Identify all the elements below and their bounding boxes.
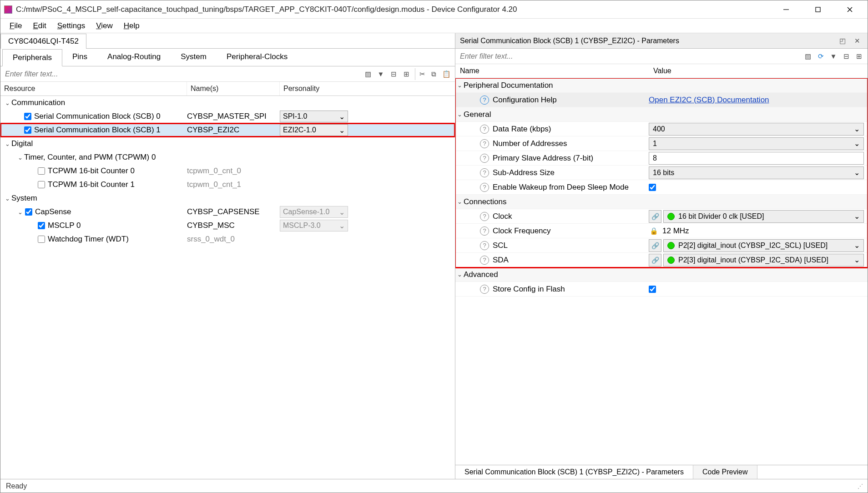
tree-item-wdt[interactable]: Watchdog Timer (WDT) srss_0_wdt_0 bbox=[0, 232, 455, 246]
right-filter-input[interactable] bbox=[455, 50, 802, 63]
primary-address-input[interactable] bbox=[649, 152, 864, 165]
menu-view[interactable]: View bbox=[91, 20, 117, 32]
scb0-checkbox[interactable] bbox=[24, 113, 31, 120]
chevron-down-icon[interactable]: ⌄ bbox=[455, 82, 464, 89]
doc-link[interactable]: Open EZI2C (SCB) Documentation bbox=[649, 96, 769, 105]
copy-icon[interactable]: ⧉ bbox=[428, 68, 439, 80]
help-icon[interactable]: ? bbox=[480, 241, 489, 250]
cnt0-checkbox[interactable] bbox=[38, 167, 45, 175]
minimize-button[interactable] bbox=[776, 3, 797, 16]
menu-edit[interactable]: Edit bbox=[28, 20, 50, 32]
help-icon[interactable]: ? bbox=[480, 212, 489, 221]
clock-combo[interactable]: 16 bit Divider 0 clk [USED]⌄ bbox=[663, 210, 864, 223]
resize-grip-icon[interactable]: ⋰ bbox=[858, 483, 862, 489]
undock-icon[interactable]: ◰ bbox=[837, 35, 848, 47]
close-button[interactable] bbox=[839, 3, 860, 16]
cnt1-checkbox[interactable] bbox=[38, 181, 45, 188]
cnt0-name[interactable]: tcpwm_0_cnt_0 bbox=[187, 166, 280, 176]
capsense-checkbox[interactable] bbox=[25, 208, 32, 216]
help-icon[interactable]: ? bbox=[480, 139, 489, 148]
tree-group-communication[interactable]: ⌄Communication bbox=[0, 96, 455, 110]
clear-filter-icon[interactable]: ▨ bbox=[362, 68, 374, 80]
tree-item-scb0[interactable]: Serial Communication Block (SCB) 0 CYBSP… bbox=[0, 110, 455, 123]
expand-all-icon[interactable]: ⊞ bbox=[400, 68, 412, 80]
tree-item-scb1[interactable]: Serial Communication Block (SCB) 1 CYBSP… bbox=[0, 123, 455, 137]
tab-analog-routing[interactable]: Analog-Routing bbox=[97, 49, 171, 66]
collapse-all-icon[interactable]: ⊟ bbox=[840, 50, 852, 62]
filter-icon[interactable]: ▼ bbox=[375, 68, 387, 80]
wdt-name[interactable]: srss_0_wdt_0 bbox=[187, 235, 280, 244]
chevron-down-icon[interactable]: ⌄ bbox=[3, 100, 11, 106]
menu-help[interactable]: Help bbox=[119, 20, 144, 32]
tree-item-capsense[interactable]: ⌄CapSense CYBSP_CAPSENSE CapSense-1.0⌄ bbox=[0, 205, 455, 219]
wakeup-checkbox[interactable] bbox=[649, 184, 656, 191]
help-icon[interactable]: ? bbox=[480, 183, 489, 192]
sda-combo[interactable]: P2[3] digital_inout (CYBSP_I2C_SDA) [USE… bbox=[663, 254, 864, 267]
device-tab[interactable]: CY8C4046LQI-T452 bbox=[0, 34, 86, 49]
close-panel-icon[interactable]: ✕ bbox=[851, 35, 863, 47]
peripheral-tree[interactable]: ⌄Communication Serial Communication Bloc… bbox=[0, 96, 455, 479]
scb0-personality-combo[interactable]: SPI-1.0⌄ bbox=[280, 111, 348, 122]
scb1-checkbox[interactable] bbox=[24, 126, 31, 134]
scl-combo[interactable]: P2[2] digital_inout (CYBSP_I2C_SCL) [USE… bbox=[663, 239, 864, 252]
tab-system[interactable]: System bbox=[171, 49, 217, 66]
tab-peripherals[interactable]: Peripherals bbox=[2, 49, 62, 66]
paste-icon[interactable]: 📋 bbox=[440, 68, 452, 80]
filter-icon[interactable]: ▼ bbox=[828, 50, 839, 62]
tree-item-cnt0[interactable]: TCPWM 16-bit Counter 0 tcpwm_0_cnt_0 bbox=[0, 164, 455, 178]
chevron-down-icon[interactable]: ⌄ bbox=[16, 209, 24, 216]
clear-filter-icon[interactable]: ▨ bbox=[802, 50, 814, 62]
help-icon[interactable]: ? bbox=[480, 168, 489, 177]
data-rate-combo[interactable]: 400⌄ bbox=[649, 123, 864, 136]
wdt-checkbox[interactable] bbox=[38, 236, 45, 243]
sub-address-combo[interactable]: 16 bits⌄ bbox=[649, 166, 864, 179]
left-filter-input[interactable] bbox=[0, 67, 362, 81]
chevron-down-icon[interactable]: ⌄ bbox=[16, 154, 24, 161]
tree-group-system[interactable]: ⌄System bbox=[0, 191, 455, 205]
chevron-down-icon[interactable]: ⌄ bbox=[455, 198, 464, 205]
link-icon[interactable]: 🔗 bbox=[649, 254, 661, 267]
chevron-down-icon[interactable]: ⌄ bbox=[3, 195, 11, 202]
help-icon[interactable]: ? bbox=[480, 285, 489, 294]
chevron-down-icon[interactable]: ⌄ bbox=[455, 111, 464, 118]
scb1-personality-combo[interactable]: EZI2C-1.0⌄ bbox=[280, 124, 348, 136]
capsense-name[interactable]: CYBSP_CAPSENSE bbox=[187, 207, 280, 216]
help-icon[interactable]: ? bbox=[480, 226, 489, 236]
tree-group-tcpwm[interactable]: ⌄Timer, Counter, and PWM (TCPWM) 0 bbox=[0, 151, 455, 164]
menu-settings[interactable]: Settings bbox=[53, 20, 90, 32]
help-icon[interactable]: ? bbox=[480, 154, 489, 163]
chevron-down-icon[interactable]: ⌄ bbox=[3, 141, 11, 147]
tab-parameters[interactable]: Serial Communication Block (SCB) 1 (CYBS… bbox=[455, 465, 693, 479]
capsense-personality-combo[interactable]: CapSense-1.0⌄ bbox=[280, 206, 348, 218]
group-general[interactable]: ⌄General bbox=[455, 107, 868, 122]
menu-file[interactable]: File bbox=[5, 20, 26, 32]
tab-pins[interactable]: Pins bbox=[62, 49, 97, 66]
cnt1-name[interactable]: tcpwm_0_cnt_1 bbox=[187, 180, 280, 189]
collapse-all-icon[interactable]: ⊟ bbox=[388, 68, 399, 80]
scb0-name[interactable]: CYBSP_MASTER_SPI bbox=[187, 112, 280, 121]
tree-group-digital[interactable]: ⌄Digital bbox=[0, 137, 455, 151]
refresh-icon[interactable]: ⟳ bbox=[815, 50, 827, 62]
group-advanced[interactable]: ⌄Advanced bbox=[455, 267, 868, 282]
msclp-personality-combo[interactable]: MSCLP-3.0⌄ bbox=[280, 220, 348, 231]
parameter-tree[interactable]: ⌄Peripheral Documentation ?Configuration… bbox=[455, 78, 868, 465]
link-icon[interactable]: 🔗 bbox=[649, 239, 661, 252]
expand-all-icon[interactable]: ⊞ bbox=[853, 50, 865, 62]
group-peripheral-documentation[interactable]: ⌄Peripheral Documentation bbox=[455, 78, 868, 93]
maximize-button[interactable] bbox=[807, 3, 828, 16]
tree-item-msclp[interactable]: MSCLP 0 CYBSP_MSC MSCLP-3.0⌄ bbox=[0, 219, 455, 232]
store-config-checkbox[interactable] bbox=[649, 286, 656, 293]
cut-icon[interactable]: ✂ bbox=[415, 68, 427, 80]
tab-peripheral-clocks[interactable]: Peripheral-Clocks bbox=[217, 49, 298, 66]
group-connections[interactable]: ⌄Connections bbox=[455, 195, 868, 209]
scb1-name[interactable]: CYBSP_EZI2C bbox=[187, 126, 280, 135]
tab-code-preview[interactable]: Code Preview bbox=[693, 465, 757, 479]
num-addresses-combo[interactable]: 1⌄ bbox=[649, 137, 864, 150]
link-icon[interactable]: 🔗 bbox=[649, 210, 661, 223]
help-icon[interactable]: ? bbox=[480, 256, 489, 265]
msclp-name[interactable]: CYBSP_MSC bbox=[187, 221, 280, 230]
tree-item-cnt1[interactable]: TCPWM 16-bit Counter 1 tcpwm_0_cnt_1 bbox=[0, 178, 455, 191]
chevron-down-icon[interactable]: ⌄ bbox=[455, 271, 464, 278]
help-icon[interactable]: ? bbox=[480, 125, 489, 134]
msclp-checkbox[interactable] bbox=[38, 222, 45, 229]
